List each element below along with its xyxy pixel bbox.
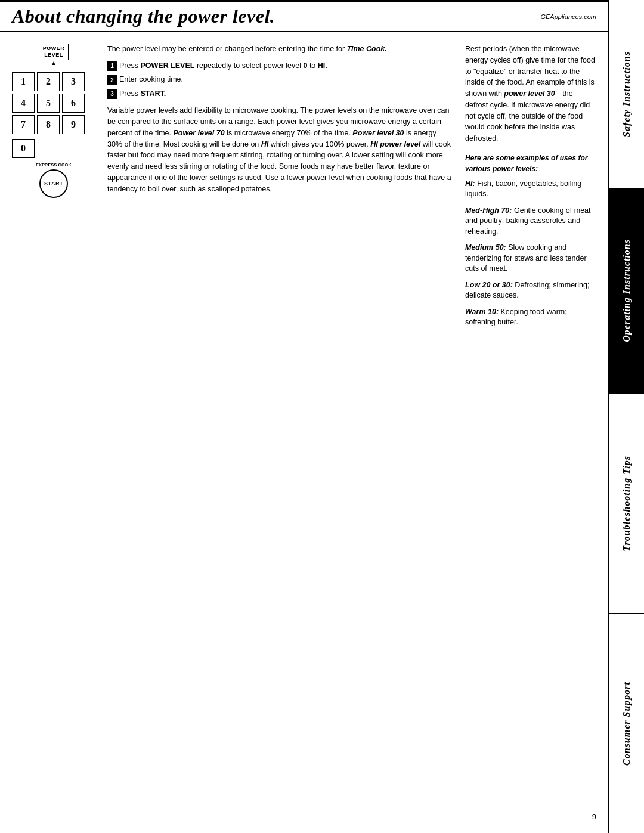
key-7[interactable]: 7 [12,115,35,134]
key-4[interactable]: 4 [12,94,35,113]
left-column: POWER LEVEL ▲ 1 2 3 4 5 6 7 8 9 0 EXPRES… [12,44,95,334]
example-low: Low 20 or 30: Defrosting; simmering; del… [465,280,596,301]
step-3: 3 Press START. [107,89,453,100]
step-2: 2 Enter cooking time. [107,75,453,85]
main-content: About changing the power level. GEApplia… [0,0,608,833]
key-zero-row: 0 [12,139,95,158]
intro-text-body: The power level may be entered or change… [107,45,347,53]
rest-periods-text: Rest periods (when the microwave energy … [465,44,596,144]
page-title: About changing the power level. [12,5,275,27]
key-9[interactable]: 9 [62,115,85,134]
example-warm: Warm 10: Keeping food warm; softening bu… [465,307,596,328]
key-0[interactable]: 0 [12,139,35,158]
power-level-label: POWER LEVEL [39,44,69,60]
sidebar-operating: Operating Instructions [609,189,644,394]
sidebar-operating-label: Operating Instructions [621,239,632,342]
example-med-high: Med-High 70: Gentle cooking of meat and … [465,206,596,237]
key-8[interactable]: 8 [37,115,60,134]
middle-column: The power level may be entered or change… [107,44,453,334]
express-cook-label: EXPRESS COOK [36,163,72,167]
example-hi: HI: Fish, bacon, vegetables, boiling liq… [465,179,596,200]
page-number: 9 [592,812,596,821]
sidebar-safety-label: Safety Instructions [621,51,632,137]
step-2-text: Enter cooking time. [119,75,453,85]
level-text: LEVEL [43,52,65,58]
sidebar-troubleshooting: Troubleshooting Tips [609,394,644,614]
sidebar: Safety Instructions Operating Instructio… [608,0,644,833]
key-5[interactable]: 5 [37,94,60,113]
power-level-icon: POWER LEVEL ▲ [12,44,95,66]
sidebar-consumer-label: Consumer Support [621,682,632,766]
website-url: GEAppliances.com [540,13,596,20]
key-2[interactable]: 2 [37,72,60,91]
example-medium: Medium 50: Slow cooking and tenderizing … [465,243,596,274]
step-3-text: Press START. [119,89,453,100]
step-2-number: 2 [107,75,117,85]
step-1-text: Press POWER LEVEL repeatedly to select p… [119,61,453,72]
variable-power-text: Variable power levels add flexibility to… [107,105,453,194]
step-1-number: 1 [107,61,117,71]
power-arrow-icon: ▲ [51,60,57,66]
sidebar-safety: Safety Instructions [609,0,644,189]
sidebar-consumer: Consumer Support [609,614,644,833]
power-text: POWER [43,45,65,52]
page-header: About changing the power level. GEApplia… [0,0,608,32]
content-area: POWER LEVEL ▲ 1 2 3 4 5 6 7 8 9 0 EXPRES… [0,32,608,334]
key-3[interactable]: 3 [62,72,85,91]
right-column: Rest periods (when the microwave energy … [465,44,596,334]
key-6[interactable]: 6 [62,94,85,113]
examples-label: Here are some examples of uses for vario… [465,153,596,174]
keypad: 1 2 3 4 5 6 7 8 9 [12,72,95,134]
intro-text: The power level may be entered or change… [107,44,453,55]
step-1: 1 Press POWER LEVEL repeatedly to select… [107,61,453,72]
time-cook-label: Time Cook. [347,45,387,53]
step-3-number: 3 [107,89,117,99]
sidebar-troubleshooting-label: Troubleshooting Tips [621,456,632,552]
key-1[interactable]: 1 [12,72,35,91]
start-button[interactable]: START [39,169,68,198]
